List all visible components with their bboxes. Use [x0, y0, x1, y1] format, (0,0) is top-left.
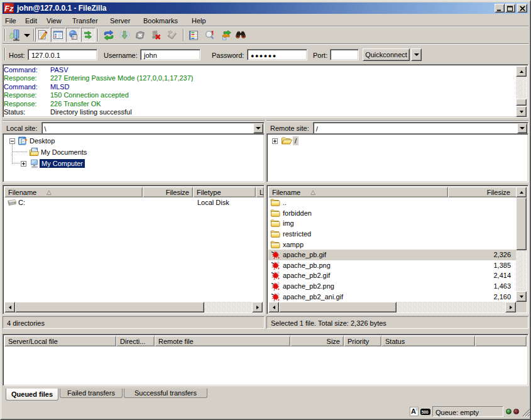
- remote-scroll-up-button[interactable]: [516, 187, 527, 197]
- reconnect-button[interactable]: [165, 28, 178, 42]
- remote-file-row[interactable]: restricted: [268, 229, 517, 240]
- column-label: Filename: [272, 189, 300, 196]
- remote-hscroll-thumb[interactable]: [279, 302, 397, 312]
- username-input[interactable]: john: [140, 49, 200, 60]
- password-input[interactable]: ●●●●●●: [247, 49, 307, 60]
- remote-file-row[interactable]: apache_pb2_ani.gif 2,160: [268, 291, 517, 302]
- remote-column-filename[interactable]: Filename: [268, 187, 448, 197]
- remote-scroll-left-button[interactable]: [268, 302, 279, 312]
- remote-file-row[interactable]: apache_pb2.gif 2,414: [268, 270, 517, 281]
- sync-browsing-icon: [221, 30, 233, 41]
- disconnect-icon: [150, 30, 162, 41]
- local-file-row[interactable]: C: Local Disk: [4, 197, 253, 208]
- remote-site-dropdown-button[interactable]: [517, 123, 527, 133]
- local-column-filesize[interactable]: Filesize: [143, 187, 193, 197]
- column-label: Directi...: [120, 338, 145, 345]
- collapse-toggle[interactable]: [9, 138, 15, 144]
- log-scroll-thumb[interactable]: [516, 99, 527, 106]
- remote-file-row[interactable]: ..: [268, 197, 517, 208]
- tab-queued-files[interactable]: Queued files: [6, 389, 58, 401]
- menu-edit[interactable]: Edit: [24, 16, 38, 26]
- tab-failed-transfers[interactable]: Failed transfers: [60, 389, 123, 398]
- refresh-icon: [102, 29, 115, 41]
- local-column-filename[interactable]: Filename: [4, 187, 143, 197]
- tab-successful-transfers[interactable]: Successful transfers: [124, 389, 207, 398]
- log-line: Command:MLSD: [4, 83, 516, 91]
- quickconnect-button[interactable]: Quickconnect: [363, 48, 410, 61]
- synchronized-browsing-button[interactable]: [219, 28, 233, 42]
- resize-grip[interactable]: [522, 408, 530, 417]
- remote-file-row[interactable]: apache_pb2.png 1,463: [268, 281, 517, 292]
- toggle-transfer-queue-button[interactable]: [81, 28, 96, 42]
- find-files-button[interactable]: [234, 28, 248, 42]
- queue-column-server-local-file[interactable]: Server/Local file: [4, 336, 116, 346]
- close-button[interactable]: [517, 4, 527, 13]
- comparison-icon: [204, 30, 216, 41]
- minimize-button[interactable]: [495, 4, 505, 13]
- local-hscroll-thumb[interactable]: [15, 302, 204, 312]
- menu-server[interactable]: Server: [109, 16, 131, 26]
- local-column-filetype[interactable]: Filetype: [193, 187, 256, 197]
- log-scroll-down-button[interactable]: [516, 106, 527, 117]
- tree-connector-line: [13, 163, 20, 163]
- remote-scroll-down-button[interactable]: [516, 291, 527, 302]
- local-tree-item-desktop[interactable]: Desktop: [9, 136, 57, 146]
- cancel-operation-button[interactable]: [133, 28, 147, 42]
- remote-file-row-selected[interactable]: apache_pb.gif 2,326: [268, 250, 517, 260]
- queue-column-priority[interactable]: Priority: [344, 336, 381, 346]
- local-site-combobox[interactable]: \: [41, 122, 265, 135]
- expand-toggle[interactable]: [21, 161, 26, 167]
- local-tree-item-my-computer[interactable]: My Computer: [21, 158, 85, 169]
- remote-site-label: Remote site:: [266, 124, 313, 132]
- remote-tree-item-root[interactable]: /: [272, 136, 298, 146]
- site-manager-dropdown[interactable]: [23, 28, 31, 42]
- queue-column-remote-file[interactable]: Remote file: [155, 336, 290, 346]
- message-log-icon: [37, 30, 48, 40]
- toggle-remote-tree-button[interactable]: [66, 28, 80, 42]
- queue-status-field: Queue: empty: [432, 406, 503, 417]
- directory-comparison-button[interactable]: [203, 28, 217, 42]
- remote-file-row[interactable]: xampp: [268, 239, 517, 250]
- log-scroll-up-button[interactable]: [516, 66, 527, 77]
- queue-column-size[interactable]: Size: [290, 336, 344, 346]
- host-input[interactable]: 127.0.0.1: [28, 49, 97, 60]
- queue-column-direction[interactable]: Directi...: [116, 336, 155, 346]
- menu-view[interactable]: View: [45, 16, 63, 26]
- queue-status-text: Queue: empty: [435, 409, 479, 416]
- log-lines: Command:PASV Response:227 Entering Passi…: [4, 66, 516, 116]
- remote-file-row[interactable]: img: [268, 218, 517, 229]
- remote-file-row[interactable]: apache_pb.png 1,385: [268, 260, 517, 271]
- svg-text:Fz: Fz: [4, 4, 14, 13]
- menu-help[interactable]: Help: [190, 16, 207, 26]
- toolbar-separator: [97, 29, 99, 41]
- queue-column-status[interactable]: Status: [381, 336, 475, 346]
- local-column-last-modified[interactable]: L: [256, 187, 264, 197]
- remote-scroll-right-button[interactable]: [505, 302, 516, 312]
- local-site-dropdown-button[interactable]: [253, 123, 263, 133]
- remote-column-filesize[interactable]: Filesize: [448, 187, 517, 197]
- local-scroll-right-button[interactable]: [252, 302, 263, 312]
- toggle-local-tree-button[interactable]: [51, 28, 65, 42]
- remote-site-row: Remote site: /: [266, 121, 528, 135]
- port-input[interactable]: [330, 49, 359, 60]
- filename-cell: restricted: [280, 230, 311, 238]
- remote-site-combobox[interactable]: /: [313, 122, 528, 135]
- toggle-message-log-button[interactable]: [35, 28, 50, 42]
- directory-listing-filters-button[interactable]: [187, 28, 200, 42]
- disconnect-button[interactable]: [149, 28, 163, 42]
- password-label: Password:: [212, 52, 244, 59]
- remote-vscroll-thumb[interactable]: [516, 197, 527, 250]
- menu-file[interactable]: File: [4, 16, 18, 26]
- receive-led-indicator: [506, 409, 512, 414]
- menu-transfer[interactable]: Transfer: [71, 16, 99, 26]
- local-scroll-left-button[interactable]: [4, 302, 15, 312]
- maximize-button[interactable]: [505, 4, 515, 13]
- site-manager-button[interactable]: [8, 28, 21, 42]
- process-queue-button[interactable]: [118, 28, 131, 42]
- expand-toggle[interactable]: [272, 138, 278, 144]
- menu-bookmarks[interactable]: Bookmarks: [142, 16, 179, 26]
- refresh-button[interactable]: [102, 28, 116, 42]
- local-tree-item-my-documents[interactable]: My Documents: [29, 147, 89, 157]
- remote-file-row[interactable]: forbidden: [268, 208, 517, 219]
- quickconnect-dropdown[interactable]: [411, 48, 422, 61]
